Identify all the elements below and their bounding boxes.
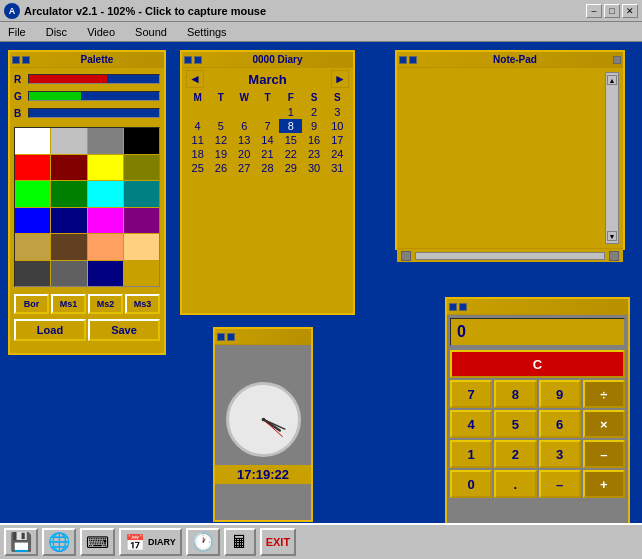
calc-btn-1[interactable]: 1: [450, 440, 492, 468]
cal-day-19[interactable]: 19: [209, 147, 232, 161]
calc-btn-neg[interactable]: –: [539, 470, 581, 498]
cal-day-31[interactable]: 31: [326, 161, 349, 175]
green-slider[interactable]: [28, 91, 160, 101]
cal-day-22[interactable]: 22: [279, 147, 302, 161]
notepad-scrollbar[interactable]: ▲ ▼: [605, 72, 619, 244]
cal-day-29[interactable]: 29: [279, 161, 302, 175]
calc-btn-4[interactable]: 4: [450, 410, 492, 438]
cal-day-21[interactable]: 21: [256, 147, 279, 161]
calc-btn-add[interactable]: +: [583, 470, 625, 498]
color-cell-19[interactable]: [124, 234, 159, 260]
color-cell-9[interactable]: [51, 181, 86, 207]
color-cell-16[interactable]: [15, 234, 50, 260]
menu-sound[interactable]: Sound: [131, 24, 171, 40]
taskbar-exit-btn[interactable]: EXIT: [260, 528, 296, 556]
restore-button[interactable]: □: [604, 4, 620, 18]
calc-btn-9[interactable]: 9: [539, 380, 581, 408]
cal-day-28[interactable]: 28: [256, 161, 279, 175]
cal-day-1[interactable]: 1: [279, 105, 302, 119]
cal-day-23[interactable]: 23: [302, 147, 325, 161]
cal-day-26[interactable]: 26: [209, 161, 232, 175]
scroll-down-button[interactable]: ▼: [607, 231, 617, 241]
h-scrollbar[interactable]: [415, 252, 605, 260]
cal-day-3[interactable]: 3: [326, 105, 349, 119]
cal-day-12[interactable]: 12: [209, 133, 232, 147]
cal-day-15[interactable]: 15: [279, 133, 302, 147]
blue-slider[interactable]: [28, 108, 160, 118]
ms3-button[interactable]: Ms3: [125, 294, 160, 314]
cal-day-25[interactable]: 25: [186, 161, 209, 175]
menu-disc[interactable]: Disc: [42, 24, 71, 40]
cal-day-20[interactable]: 20: [233, 147, 256, 161]
color-cell-20[interactable]: [15, 261, 50, 287]
calc-btn-6[interactable]: 6: [539, 410, 581, 438]
cal-day-14[interactable]: 14: [256, 133, 279, 147]
load-button[interactable]: Load: [14, 319, 86, 341]
cal-day-8[interactable]: 8: [279, 119, 302, 133]
cal-day-17[interactable]: 17: [326, 133, 349, 147]
ms1-button[interactable]: Ms1: [51, 294, 86, 314]
calc-btn-dot[interactable]: .: [494, 470, 536, 498]
color-cell-21[interactable]: [51, 261, 86, 287]
color-cell-8[interactable]: [15, 181, 50, 207]
color-cell-7[interactable]: [124, 155, 159, 181]
taskbar-globe-btn[interactable]: 🌐: [42, 528, 76, 556]
color-cell-4[interactable]: [15, 155, 50, 181]
menu-file[interactable]: File: [4, 24, 30, 40]
next-month-button[interactable]: ►: [331, 70, 349, 88]
color-cell-18[interactable]: [88, 234, 123, 260]
scroll-right-button[interactable]: [609, 251, 619, 261]
bor-button[interactable]: Bor: [14, 294, 49, 314]
color-cell-14[interactable]: [88, 208, 123, 234]
cal-day-24[interactable]: 24: [326, 147, 349, 161]
color-cell-12[interactable]: [15, 208, 50, 234]
color-cell-13[interactable]: [51, 208, 86, 234]
color-cell-3[interactable]: [124, 128, 159, 154]
color-cell-0[interactable]: [15, 128, 50, 154]
calc-btn-3[interactable]: 3: [539, 440, 581, 468]
cal-day-30[interactable]: 30: [302, 161, 325, 175]
calc-btn-8[interactable]: 8: [494, 380, 536, 408]
color-cell-1[interactable]: [51, 128, 86, 154]
cal-day-13[interactable]: 13: [233, 133, 256, 147]
cal-day-27[interactable]: 27: [233, 161, 256, 175]
color-cell-2[interactable]: [88, 128, 123, 154]
scroll-left-button[interactable]: [401, 251, 411, 261]
calc-clear-button[interactable]: C: [450, 350, 625, 378]
color-cell-5[interactable]: [51, 155, 86, 181]
menu-video[interactable]: Video: [83, 24, 119, 40]
cal-day-6[interactable]: 6: [233, 119, 256, 133]
calc-btn-sub[interactable]: –: [583, 440, 625, 468]
taskbar-keyboard-btn[interactable]: ⌨: [80, 528, 115, 556]
calc-btn-0[interactable]: 0: [450, 470, 492, 498]
scroll-up-button[interactable]: ▲: [607, 75, 617, 85]
color-cell-10[interactable]: [88, 181, 123, 207]
taskbar-diary-btn[interactable]: 📅 DIARY: [119, 528, 182, 556]
color-cell-17[interactable]: [51, 234, 86, 260]
prev-month-button[interactable]: ◄: [186, 70, 204, 88]
calc-btn-5[interactable]: 5: [494, 410, 536, 438]
color-cell-22[interactable]: [88, 261, 123, 287]
cal-day-9[interactable]: 9: [302, 119, 325, 133]
menu-settings[interactable]: Settings: [183, 24, 231, 40]
color-cell-15[interactable]: [124, 208, 159, 234]
color-cell-11[interactable]: [124, 181, 159, 207]
notepad-textarea[interactable]: [401, 72, 601, 244]
cal-day-7[interactable]: 7: [256, 119, 279, 133]
taskbar-save-btn[interactable]: 💾: [4, 528, 38, 556]
cal-day-10[interactable]: 10: [326, 119, 349, 133]
cal-day-4[interactable]: 4: [186, 119, 209, 133]
calc-btn-div[interactable]: ÷: [583, 380, 625, 408]
ms2-button[interactable]: Ms2: [88, 294, 123, 314]
close-button[interactable]: ✕: [622, 4, 638, 18]
red-slider[interactable]: [28, 74, 160, 84]
calc-btn-2[interactable]: 2: [494, 440, 536, 468]
save-button[interactable]: Save: [88, 319, 160, 341]
cal-day-2[interactable]: 2: [302, 105, 325, 119]
calc-btn-mul[interactable]: ×: [583, 410, 625, 438]
color-cell-6[interactable]: [88, 155, 123, 181]
cal-day-11[interactable]: 11: [186, 133, 209, 147]
color-cell-23[interactable]: [124, 261, 159, 287]
taskbar-calc-btn[interactable]: 🖩: [224, 528, 256, 556]
calc-btn-7[interactable]: 7: [450, 380, 492, 408]
